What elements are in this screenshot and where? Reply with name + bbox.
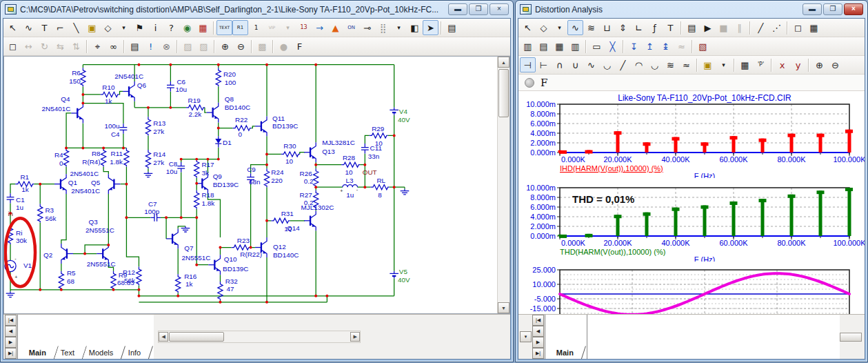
text-tool[interactable]: T <box>37 20 52 35</box>
analysis-scroll-thumb[interactable] <box>840 333 862 342</box>
properties-button[interactable]: ▤ <box>444 20 460 35</box>
envelope-upper-button[interactable]: ≈ <box>678 57 694 72</box>
cursor-tool[interactable]: ∿ <box>567 20 583 35</box>
cursor-previous-button[interactable]: ↥ <box>642 39 658 54</box>
tab-nav-3[interactable]: ▶| <box>5 348 17 359</box>
cursor-next-button[interactable]: ↧ <box>626 39 642 54</box>
cursor-mode-button[interactable]: ➤ <box>423 20 438 35</box>
zoom-in-button[interactable]: ⊕ <box>217 39 233 54</box>
vertical-scrollbar[interactable]: ▲ ▼ <box>497 57 509 313</box>
limits-tool[interactable]: ⇕ <box>615 20 631 35</box>
globe-icon[interactable] <box>525 78 534 88</box>
zoom-out-button[interactable]: ⊖ <box>827 57 843 72</box>
copy-graph-button[interactable]: ▧ <box>695 39 711 54</box>
component-tool[interactable]: ▣ <box>84 20 100 35</box>
find-component-button[interactable]: ⌖ <box>90 39 105 54</box>
scroll-up-button[interactable]: ▲ <box>498 57 509 68</box>
flat-button[interactable]: ◡ <box>599 57 615 72</box>
grid-button[interactable]: ⣿ <box>375 20 391 35</box>
analysis-titlebar[interactable]: Distortion Analysis ▬ ❐ × <box>518 1 865 18</box>
ihd-plot[interactable]: 10.000m8.000m6.000m4.000m2.000m0.000m0.0… <box>520 92 865 178</box>
tab-main[interactable]: Main <box>23 346 59 359</box>
zoom-out-button[interactable]: ⊖ <box>233 39 249 54</box>
format-f-button[interactable]: F <box>541 77 547 89</box>
window-split-button[interactable]: ◧ <box>407 20 423 35</box>
vertical-scroll-track[interactable] <box>498 119 509 302</box>
minimize-button[interactable]: ▬ <box>803 3 822 15</box>
flag-tool[interactable]: ⚑ <box>132 20 148 35</box>
function-tool[interactable]: ƒ <box>647 20 663 35</box>
scroll-left-button[interactable]: ◀ <box>159 332 168 342</box>
grid-dropdown[interactable]: ▾ <box>391 20 407 35</box>
shape-dropdown[interactable]: ▾ <box>552 20 567 35</box>
line-tool[interactable]: ╲ <box>68 20 84 35</box>
tab-info[interactable]: Info <box>122 346 154 359</box>
error-close-button[interactable]: ⊗ <box>159 39 174 54</box>
text-tool[interactable]: T <box>663 20 678 35</box>
vertical-scroll-thumb[interactable] <box>498 69 509 117</box>
horizontal-grid-button[interactable]: ▤ <box>536 39 552 54</box>
cursor-left-button[interactable]: ⊣ <box>520 57 536 72</box>
help-web-tool[interactable]: ◉ <box>179 20 195 35</box>
minimize-button[interactable]: ▬ <box>448 3 467 15</box>
show-text-button[interactable]: TEXT <box>216 20 232 35</box>
shape-dropdown[interactable]: ▾ <box>116 20 132 35</box>
horizontal-scrollbar[interactable]: ◀ ▶ <box>158 331 361 343</box>
schematic-canvas[interactable]: R61502N5401CR101kQ6Q42N5401CC610uR20100R… <box>4 57 497 313</box>
show-node-numbers-button[interactable]: 1 <box>248 20 264 35</box>
restore-button[interactable]: ❐ <box>469 3 488 15</box>
thd-plot[interactable]: 10.000m8.000m6.000m4.000m2.000m0.000m0.0… <box>520 181 865 262</box>
peak-button[interactable]: ∩ <box>552 57 567 72</box>
zoom-in-button[interactable]: ⊕ <box>811 57 827 72</box>
select-tool[interactable]: ↖ <box>5 20 21 35</box>
normalize-y-button[interactable]: y <box>790 57 806 72</box>
scale-tool[interactable]: ⊔ <box>599 20 615 35</box>
tab-nav-2[interactable]: ▶ <box>5 337 17 348</box>
operating-point-button[interactable]: 'P' <box>753 57 769 72</box>
close-button[interactable]: × <box>844 3 863 15</box>
tab-nav-0[interactable]: |◀ <box>5 315 17 326</box>
tab-nav-3[interactable]: ▶| <box>532 348 544 359</box>
numeric-output-button[interactable]: ▦ <box>737 57 753 72</box>
global-low-button[interactable]: ◡ <box>647 57 663 72</box>
tab-models[interactable]: Models <box>83 346 126 359</box>
harmonics-tool[interactable]: ≋ <box>583 20 599 35</box>
scroll-right-button[interactable]: ▶ <box>350 332 360 342</box>
show-attributes-button[interactable]: R1 <box>232 20 248 35</box>
slope-cursor-button[interactable]: ╳ <box>605 39 620 54</box>
line-tool[interactable]: ╱ <box>753 20 769 35</box>
full-grid-button[interactable]: ▦ <box>552 39 567 54</box>
tab-nav-0[interactable]: |◀ <box>532 315 544 326</box>
tag-point-tool[interactable]: ⋰ <box>769 20 785 35</box>
wire-tool[interactable]: ∿ <box>21 20 37 35</box>
font-button[interactable]: F <box>292 39 307 54</box>
buffer-dropdown[interactable]: ▾ <box>716 57 731 72</box>
show-condition-button[interactable]: ON <box>343 20 359 35</box>
schematic-titlebar[interactable]: C:\MC9\DATA\Petrov\switching distortion\… <box>3 1 511 18</box>
properties-button[interactable]: ▤ <box>684 20 700 35</box>
tab-nav-2[interactable]: ▶ <box>532 337 544 348</box>
show-power-button[interactable]: ▲ <box>327 20 343 35</box>
axes-frame-button[interactable]: ▭ <box>589 39 605 54</box>
global-high-button[interactable]: ◠ <box>631 57 647 72</box>
inflection-button[interactable]: ∿ <box>583 57 599 72</box>
normalize-x-button[interactable]: x <box>774 57 790 72</box>
run-button[interactable]: ▶ <box>700 20 716 35</box>
select-box-button[interactable]: ◻ <box>5 39 21 54</box>
plot-list-dropdown[interactable]: ▾ <box>520 331 532 342</box>
select-tool[interactable]: ↖ <box>520 20 536 35</box>
slope-button[interactable]: ╱ <box>615 57 631 72</box>
close-button[interactable]: × <box>489 3 509 15</box>
waveform-buffer-button[interactable]: ▣ <box>700 57 716 72</box>
tab-nav-1[interactable]: ◀ <box>5 326 17 337</box>
scroll-down-button[interactable]: ▼ <box>498 302 509 313</box>
minor-grid-button[interactable]: ▥ <box>567 39 583 54</box>
vout-plot[interactable]: 25.00010.000-5.000-15.000-25.0000.000u25… <box>520 264 865 314</box>
envelope-lower-button[interactable]: ≋ <box>663 57 678 72</box>
valley-button[interactable]: ∪ <box>567 57 583 72</box>
vertical-grid-button[interactable]: ▥ <box>520 39 536 54</box>
shape-tool[interactable]: ◇ <box>536 20 552 35</box>
show-current-button[interactable]: → <box>312 20 327 35</box>
help-tool[interactable]: ? <box>163 20 179 35</box>
step-tool[interactable]: ∟ <box>631 20 647 35</box>
